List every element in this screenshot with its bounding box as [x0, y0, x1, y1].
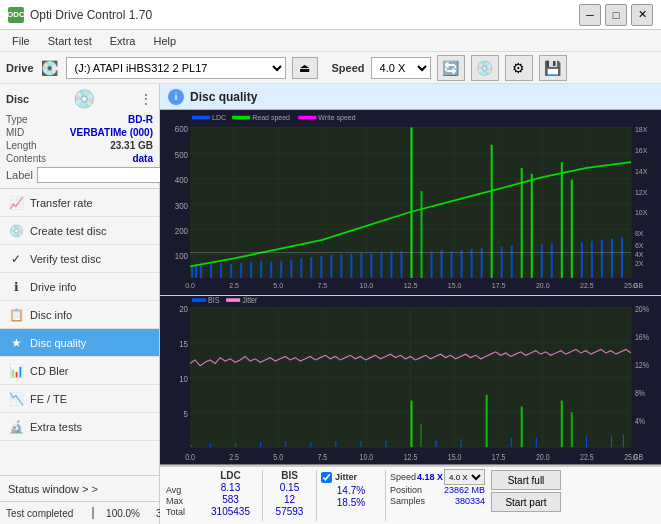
svg-rect-42 — [400, 251, 402, 278]
svg-rect-24 — [240, 263, 242, 278]
svg-rect-22 — [220, 263, 222, 278]
menu-extra[interactable]: Extra — [102, 33, 144, 49]
svg-text:GB: GB — [633, 453, 643, 463]
disc-label-row: Label 🔍 — [6, 166, 153, 184]
nav-disc-info[interactable]: 📋 Disc info — [0, 301, 159, 329]
svg-text:7.5: 7.5 — [317, 453, 327, 463]
nav-drive-info-label: Drive info — [30, 281, 76, 293]
start-full-button[interactable]: Start full — [491, 470, 561, 490]
minimize-button[interactable]: ─ — [579, 4, 601, 26]
svg-rect-50 — [501, 247, 503, 278]
settings-button[interactable]: ⚙ — [505, 55, 533, 81]
nav-fe-te-label: FE / TE — [30, 393, 67, 405]
close-button[interactable]: ✕ — [631, 4, 653, 26]
disc-panel-header: Disc 💿 ⋮ — [6, 88, 153, 110]
drive-select[interactable]: (J:) ATAPI iHBS312 2 PL17 — [66, 57, 286, 79]
svg-text:17.5: 17.5 — [492, 453, 506, 463]
svg-text:16X: 16X — [635, 145, 647, 155]
svg-text:Jitter: Jitter — [242, 296, 258, 305]
svg-rect-55 — [551, 243, 553, 278]
progress-bar — [92, 507, 94, 519]
menu-start-test[interactable]: Start test — [40, 33, 100, 49]
status-window-button[interactable]: Status window > > — [0, 476, 159, 502]
svg-rect-53 — [531, 174, 533, 278]
maximize-button[interactable]: □ — [605, 4, 627, 26]
ldc-avg: 8.13 — [203, 482, 258, 493]
speed-display-select[interactable]: 4.0 X — [444, 469, 485, 485]
nav-list: 📈 Transfer rate 💿 Create test disc ✓ Ver… — [0, 189, 159, 475]
nav-fe-te[interactable]: 📉 FE / TE — [0, 385, 159, 413]
svg-rect-33 — [330, 255, 332, 278]
disc-label-input[interactable] — [37, 167, 170, 183]
ldc-max: 583 — [203, 494, 258, 505]
svg-rect-41 — [390, 251, 392, 278]
disc-button[interactable]: 💿 — [471, 55, 499, 81]
transfer-rate-icon: 📈 — [8, 195, 24, 211]
svg-rect-29 — [290, 259, 292, 278]
samples-value: 380334 — [455, 496, 485, 506]
nav-extra-tests[interactable]: 🔬 Extra tests — [0, 413, 159, 441]
nav-create-test-disc[interactable]: 💿 Create test disc — [0, 217, 159, 245]
svg-text:5.0: 5.0 — [273, 281, 283, 291]
fe-te-icon: 📉 — [8, 391, 24, 407]
svg-text:17.5: 17.5 — [492, 281, 506, 291]
disc-mid-label: MID — [6, 127, 24, 138]
menu-file[interactable]: File — [4, 33, 38, 49]
title-bar-left: ODC Opti Drive Control 1.70 — [8, 7, 152, 23]
menu-bar: File Start test Extra Help — [0, 30, 661, 52]
status-completed-text: Test completed — [6, 508, 86, 519]
svg-rect-119 — [310, 443, 311, 448]
create-test-disc-icon: 💿 — [8, 223, 24, 239]
charts-area: 600 500 400 300 200 100 18X 16X 14X 12X … — [160, 110, 661, 466]
nav-verify-test-disc[interactable]: ✓ Verify test disc — [0, 245, 159, 273]
position-row: Position 23862 MB — [390, 485, 485, 495]
nav-verify-test-disc-label: Verify test disc — [30, 253, 101, 265]
disc-type-value: BD-R — [128, 114, 153, 125]
eject-button[interactable]: ⏏ — [292, 57, 318, 79]
svg-rect-32 — [320, 256, 322, 278]
stats-bis-col: BIS 0.15 12 57593 — [267, 470, 312, 521]
start-part-button[interactable]: Start part — [491, 492, 561, 512]
disc-panel-title: Disc — [6, 93, 29, 105]
svg-rect-129 — [521, 407, 523, 448]
disc-panel: Disc 💿 ⋮ Type BD-R MID VERBATIMe (000) L… — [0, 84, 159, 189]
nav-cd-bler[interactable]: 📊 CD Bler — [0, 357, 159, 385]
verify-test-disc-icon: ✓ — [8, 251, 24, 267]
svg-rect-134 — [611, 436, 612, 448]
svg-rect-34 — [340, 255, 342, 278]
nav-extra-tests-label: Extra tests — [30, 421, 82, 433]
nav-disc-quality[interactable]: ★ Disc quality — [0, 329, 159, 357]
svg-rect-132 — [571, 413, 573, 448]
svg-rect-28 — [280, 261, 282, 278]
chart2-container: 20 15 10 5 20% 16% 12% 8% 4% 0.0 2.5 5.0 — [160, 296, 661, 466]
content-area: i Disc quality — [160, 84, 661, 524]
chart1-svg: 600 500 400 300 200 100 18X 16X 14X 12X … — [160, 110, 661, 295]
svg-rect-30 — [300, 258, 302, 278]
refresh-button[interactable]: 🔄 — [437, 55, 465, 81]
disc-quality-header-icon: i — [168, 89, 184, 105]
speed-select[interactable]: 4.0 X — [371, 57, 431, 79]
ldc-header: LDC — [203, 470, 258, 481]
disc-contents-field: Contents data — [6, 153, 153, 164]
menu-help[interactable]: Help — [145, 33, 184, 49]
svg-text:Read speed: Read speed — [252, 113, 290, 123]
svg-text:22.5: 22.5 — [580, 453, 594, 463]
svg-rect-31 — [310, 257, 312, 278]
svg-rect-43 — [431, 251, 433, 278]
svg-rect-118 — [285, 442, 286, 448]
svg-rect-46 — [461, 250, 463, 278]
position-label: Position — [390, 485, 422, 495]
nav-drive-info[interactable]: ℹ Drive info — [0, 273, 159, 301]
nav-transfer-rate[interactable]: 📈 Transfer rate — [0, 189, 159, 217]
jitter-checkbox[interactable] — [321, 472, 332, 483]
svg-rect-128 — [511, 438, 512, 447]
svg-text:GB: GB — [633, 281, 643, 291]
svg-rect-54 — [541, 244, 543, 278]
disc-quality-icon: ★ — [8, 335, 24, 351]
disc-type-label: Type — [6, 114, 28, 125]
chart1-container: 600 500 400 300 200 100 18X 16X 14X 12X … — [160, 110, 661, 296]
total-label: Total — [166, 507, 201, 517]
jitter-label: Jitter — [335, 472, 357, 482]
svg-rect-127 — [486, 395, 488, 447]
save-button[interactable]: 💾 — [539, 55, 567, 81]
